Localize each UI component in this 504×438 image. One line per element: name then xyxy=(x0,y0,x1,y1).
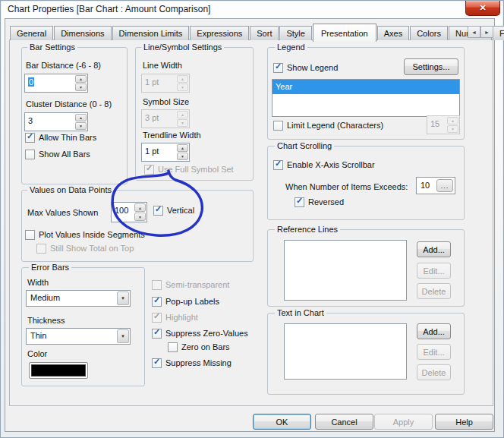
spin-up-icon[interactable]: ▲ xyxy=(75,75,87,83)
trendline-width-spinner[interactable]: 1 pt ▲ ▼ xyxy=(141,143,190,162)
text-in-chart-listbox[interactable] xyxy=(284,323,407,380)
spin-down-icon[interactable]: ▼ xyxy=(75,122,87,130)
chart-scrolling-title: Chart Scrolling xyxy=(275,141,334,150)
vertical-label: Vertical xyxy=(167,206,194,215)
dropdown-arrow-icon: ▼ xyxy=(117,329,129,343)
suppress-zero-values-label: Suppress Zero-Values xyxy=(165,329,248,338)
spin-up-icon[interactable]: ▲ xyxy=(75,114,87,121)
suppress-zero-values-checkbox[interactable]: ✓ Suppress Zero-Values xyxy=(152,329,248,339)
checkbox-unchecked-icon xyxy=(273,121,283,131)
limit-legend-value: 15 xyxy=(427,116,446,134)
ok-button[interactable]: OK xyxy=(253,414,311,430)
cluster-distance-label: Cluster Distance (0 - 8) xyxy=(26,99,112,109)
zero-on-bars-checkbox[interactable]: Zero on Bars xyxy=(168,342,230,352)
tab-style[interactable]: Style xyxy=(279,26,311,40)
suppress-missing-checkbox[interactable]: ✓ Suppress Missing xyxy=(152,358,232,368)
spin-up-icon[interactable]: ▲ xyxy=(134,203,146,212)
checkbox-checked-icon: ✓ xyxy=(25,133,35,143)
spin-up-icon: ▲ xyxy=(447,117,458,124)
plot-values-inside-segments-checkbox[interactable]: Plot Values Inside Segments xyxy=(25,230,145,240)
help-button[interactable]: Help xyxy=(435,414,493,430)
max-values-shown-value: 100 xyxy=(112,203,134,222)
spin-down-icon[interactable]: ▼ xyxy=(75,84,87,91)
bar-distance-value: 0 xyxy=(28,77,34,87)
popup-labels-label: Pop-up Labels xyxy=(165,297,219,306)
popup-labels-checkbox[interactable]: ✓ Pop-up Labels xyxy=(152,297,219,307)
tab-scroll-left-icon[interactable]: ◄ xyxy=(468,26,480,38)
suppress-missing-label: Suppress Missing xyxy=(165,358,232,367)
reversed-label: Reversed xyxy=(308,197,344,206)
checkbox-checked-icon: ✓ xyxy=(153,206,163,216)
line-width-label: Line Width xyxy=(143,61,182,70)
cluster-distance-value: 3 xyxy=(25,113,74,131)
bar-distance-spinner[interactable]: 0 ▲ ▼ xyxy=(24,74,88,93)
semi-transparent-label: Semi-transparent xyxy=(165,280,229,289)
reference-lines-edit-button: Edit... xyxy=(417,263,451,279)
cluster-distance-spinner[interactable]: 3 ▲ ▼ xyxy=(24,112,88,131)
tab-font[interactable]: Font xyxy=(493,26,504,40)
reference-lines-listbox[interactable] xyxy=(284,240,407,301)
text-in-chart-add-button[interactable]: Add... xyxy=(417,323,451,339)
bar-settings-title: Bar Settings xyxy=(27,43,77,52)
allow-thin-bars-label: Allow Thin Bars xyxy=(39,133,96,142)
values-on-data-points-title: Values on Data Points xyxy=(27,185,114,194)
error-bar-width-select[interactable]: Medium ▼ xyxy=(26,290,131,307)
plot-values-inside-segments-label: Plot Values Inside Segments xyxy=(39,230,145,239)
items-exceeds-field[interactable]: 10 ... xyxy=(416,177,455,194)
reference-lines-delete-button: Delete xyxy=(417,283,451,299)
still-show-total-on-top-label: Still Show Total on Top xyxy=(50,244,134,253)
zero-on-bars-label: Zero on Bars xyxy=(181,342,230,351)
show-legend-checkbox[interactable]: ✓ Show Legend xyxy=(273,63,338,73)
show-all-bars-checkbox[interactable]: Show All Bars xyxy=(25,150,90,159)
tab-expressions[interactable]: Expressions xyxy=(190,26,249,40)
spin-down-icon: ▼ xyxy=(177,119,188,127)
reference-lines-add-button[interactable]: Add... xyxy=(417,241,451,257)
checkbox-checked-icon: ✓ xyxy=(295,197,304,207)
dropdown-arrow-icon: ▼ xyxy=(117,291,129,305)
error-bar-color-swatch-fill xyxy=(31,364,86,377)
vertical-checkbox[interactable]: ✓ Vertical xyxy=(153,206,194,216)
max-values-shown-spinner[interactable]: 100 ▲ ▼ xyxy=(111,202,147,222)
max-values-shown-label: Max Values Shown xyxy=(27,208,98,217)
error-bar-color-label: Color xyxy=(27,349,47,358)
legend-title: Legend xyxy=(275,43,307,52)
reversed-checkbox[interactable]: ✓ Reversed xyxy=(295,197,344,207)
symbol-size-spinner: 3 pt ▲ ▼ xyxy=(141,109,190,128)
tab-presentation[interactable]: Presentation xyxy=(313,24,376,42)
checkbox-unchecked-icon xyxy=(25,150,35,159)
error-bars-title: Error Bars xyxy=(29,263,71,272)
semi-transparent-checkbox: Semi-transparent xyxy=(152,280,229,290)
tab-colors[interactable]: Colors xyxy=(410,26,448,40)
limit-legend-spinner: 15 ▲ ▼ xyxy=(427,115,460,134)
legend-listbox[interactable]: Year xyxy=(272,79,460,117)
legend-selected-item[interactable]: Year xyxy=(272,80,459,94)
spin-down-icon[interactable]: ▼ xyxy=(134,213,146,221)
spin-up-icon[interactable]: ▲ xyxy=(177,144,188,152)
spin-down-icon[interactable]: ▼ xyxy=(177,153,188,160)
text-in-chart-edit-button: Edit... xyxy=(417,344,451,360)
items-exceeds-value: 10 xyxy=(417,178,435,194)
close-icon[interactable]: ✕ xyxy=(465,1,500,16)
legend-settings-button[interactable]: Settings... xyxy=(404,58,458,75)
checkbox-unchecked-icon xyxy=(168,342,178,352)
checkbox-unchecked-icon xyxy=(36,244,46,254)
tab-axes[interactable]: Axes xyxy=(377,26,409,40)
error-bar-color-swatch[interactable] xyxy=(29,362,88,379)
tab-scroll-buttons: ◄ ► xyxy=(468,26,493,38)
tab-sort[interactable]: Sort xyxy=(250,26,279,40)
tab-general[interactable]: General xyxy=(10,26,53,40)
tab-strip: General Dimensions Dimension Limits Expr… xyxy=(10,24,504,40)
limit-legend-checkbox[interactable]: Limit Legend (Characters) xyxy=(273,121,383,131)
cancel-button[interactable]: Cancel xyxy=(315,414,373,430)
allow-thin-bars-checkbox[interactable]: ✓ Allow Thin Bars xyxy=(25,133,96,143)
tab-scroll-right-icon[interactable]: ► xyxy=(480,26,493,38)
use-full-symbol-set-checkbox: ✓ Use Full Symbol Set xyxy=(144,165,234,175)
error-bar-thickness-select[interactable]: Thin ▼ xyxy=(26,328,131,345)
highlight-label: Highlight xyxy=(165,313,198,322)
show-all-bars-label: Show All Bars xyxy=(39,150,90,159)
enable-x-axis-scrollbar-checkbox[interactable]: ✓ Enable X-Axis Scrollbar xyxy=(273,160,375,170)
tab-dimension-limits[interactable]: Dimension Limits xyxy=(112,26,190,40)
text-in-chart-title: Text in Chart xyxy=(275,308,326,317)
tab-dimensions[interactable]: Dimensions xyxy=(54,26,111,40)
browse-button[interactable]: ... xyxy=(436,179,453,192)
